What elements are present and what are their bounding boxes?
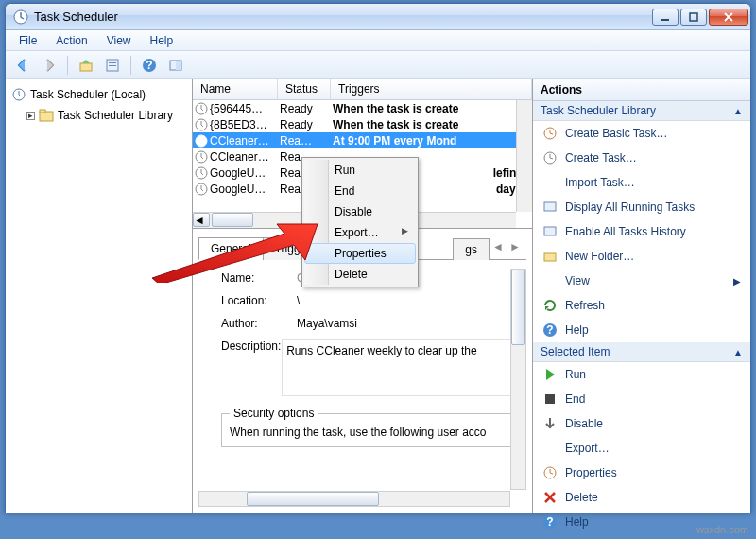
delete-icon	[542, 490, 558, 505]
forward-button[interactable]	[38, 54, 60, 77]
clock-icon	[195, 166, 208, 180]
action-view[interactable]: View▶	[533, 269, 750, 293]
svg-text:?: ?	[146, 59, 152, 72]
menu-action[interactable]: Action	[46, 32, 96, 49]
detail-body: Name: CCleaner Weekly Run Location: \ Au…	[198, 268, 526, 485]
history-icon	[542, 224, 558, 239]
svg-rect-6	[109, 65, 116, 66]
ctx-end[interactable]: End	[304, 181, 416, 201]
action-properties[interactable]: Properties	[533, 461, 750, 485]
table-row[interactable]: {596445… Ready When the task is create	[193, 100, 532, 116]
menu-help[interactable]: Help	[141, 32, 183, 49]
ctx-properties[interactable]: Properties	[304, 243, 416, 264]
up-button[interactable]	[75, 54, 97, 77]
action-end[interactable]: End	[533, 387, 750, 411]
action-create-basic[interactable]: Create Basic Task…	[533, 121, 750, 146]
context-menu: Run End Disable Export…▶ Properties Dele…	[301, 157, 419, 287]
maximize-button[interactable]	[680, 9, 707, 26]
tree-pane[interactable]: Task Scheduler (Local) ▸ Task Scheduler …	[6, 79, 193, 513]
chevron-right-icon: ▶	[733, 276, 741, 287]
action-create-task[interactable]: Create Task…	[533, 146, 750, 170]
table-row-selected[interactable]: CCleaner… Rea… At 9:00 PM every Mond	[193, 132, 532, 148]
menu-file[interactable]: File	[9, 32, 46, 49]
close-button[interactable]	[709, 9, 748, 26]
tab-nav-left[interactable]: ◄	[490, 240, 506, 255]
column-triggers[interactable]: Triggers	[331, 79, 532, 99]
svg-text:?: ?	[546, 515, 553, 529]
scroll-left-button[interactable]: ◄	[193, 213, 210, 227]
help-button[interactable]: ?	[138, 54, 161, 77]
tree-library[interactable]: ▸ Task Scheduler Library	[9, 106, 188, 125]
column-name[interactable]: Name	[193, 79, 278, 99]
clock-icon	[195, 183, 208, 196]
action-delete[interactable]: Delete	[533, 485, 750, 510]
table-row[interactable]: {8B5ED3… Ready When the task is create	[193, 116, 532, 132]
svg-rect-13	[40, 110, 45, 113]
tab-trailing[interactable]: gs	[453, 238, 490, 260]
properties-button[interactable]	[101, 54, 124, 77]
watermark: wsxdn.com	[696, 524, 748, 535]
svg-rect-5	[109, 62, 116, 63]
window-title: Task Scheduler	[34, 9, 652, 24]
expand-icon[interactable]: ▸	[26, 112, 35, 120]
ctx-disable[interactable]: Disable	[304, 201, 416, 222]
tree-root[interactable]: Task Scheduler (Local)	[9, 85, 188, 104]
scheduler-icon	[11, 87, 26, 102]
menu-view[interactable]: View	[97, 32, 141, 49]
actions-group-selected[interactable]: Selected Item▲	[533, 342, 750, 362]
svg-rect-2	[690, 13, 697, 21]
ctx-run[interactable]: Run	[304, 160, 416, 181]
clock-icon	[195, 134, 208, 148]
security-text: When running the task, use the following…	[230, 426, 515, 439]
description-label: Description:	[221, 339, 282, 396]
show-pane-button[interactable]	[164, 54, 187, 77]
action-enable-history[interactable]: Enable All Tasks History	[533, 219, 750, 244]
description-box[interactable]: Runs CCleaner weekly to clear up the	[282, 339, 519, 396]
svg-rect-23	[544, 227, 556, 235]
center-pane: Name Status Triggers {596445… Ready When…	[193, 79, 533, 513]
action-new-folder[interactable]: New Folder…	[533, 244, 750, 269]
folder-icon	[39, 108, 54, 123]
properties-icon	[542, 465, 558, 480]
action-refresh[interactable]: Refresh	[533, 293, 750, 318]
detail-hscroll[interactable]	[198, 491, 510, 507]
back-button[interactable]	[11, 54, 34, 77]
ctx-delete[interactable]: Delete	[304, 264, 416, 285]
security-legend: Security options	[230, 407, 318, 420]
location-label: Location:	[221, 294, 297, 307]
action-import[interactable]: Import Task…	[533, 170, 750, 195]
collapse-icon[interactable]: ▲	[733, 106, 743, 116]
tree-library-label: Task Scheduler Library	[58, 109, 173, 122]
action-disable[interactable]: Disable	[533, 411, 750, 436]
actions-header: Actions	[533, 79, 750, 101]
action-help[interactable]: ?Help	[533, 318, 750, 342]
list-header: Name Status Triggers	[193, 79, 532, 100]
tree-root-label: Task Scheduler (Local)	[30, 88, 146, 101]
chevron-right-icon: ▶	[402, 226, 408, 235]
author-label: Author:	[221, 317, 297, 330]
action-export[interactable]: Export…	[533, 436, 750, 461]
ctx-export[interactable]: Export…▶	[304, 222, 416, 243]
tab-general[interactable]: General	[198, 237, 264, 260]
detail-vscroll[interactable]	[510, 269, 526, 490]
action-run[interactable]: Run	[533, 362, 750, 387]
svg-rect-22	[544, 202, 556, 211]
action-display-running[interactable]: Display All Running Tasks	[533, 195, 750, 219]
help-icon: ?	[542, 514, 558, 530]
column-status[interactable]: Status	[278, 79, 331, 99]
minimize-button[interactable]	[652, 9, 679, 26]
stop-icon	[542, 391, 558, 407]
clock-icon	[195, 102, 208, 115]
author-value: Maya\vamsi	[297, 317, 519, 330]
svg-rect-10	[176, 61, 181, 70]
scroll-thumb[interactable]	[212, 213, 253, 227]
content-area: Task Scheduler (Local) ▸ Task Scheduler …	[6, 79, 750, 513]
collapse-icon[interactable]: ▲	[733, 347, 743, 357]
actions-group-library[interactable]: Task Scheduler Library▲	[533, 101, 750, 121]
vertical-scrollbar[interactable]	[516, 100, 532, 212]
tab-nav-right[interactable]: ►	[507, 240, 523, 255]
svg-rect-3	[80, 63, 92, 71]
titlebar[interactable]: Task Scheduler	[6, 4, 750, 30]
clock-icon	[195, 118, 208, 131]
svg-rect-1	[662, 19, 669, 21]
